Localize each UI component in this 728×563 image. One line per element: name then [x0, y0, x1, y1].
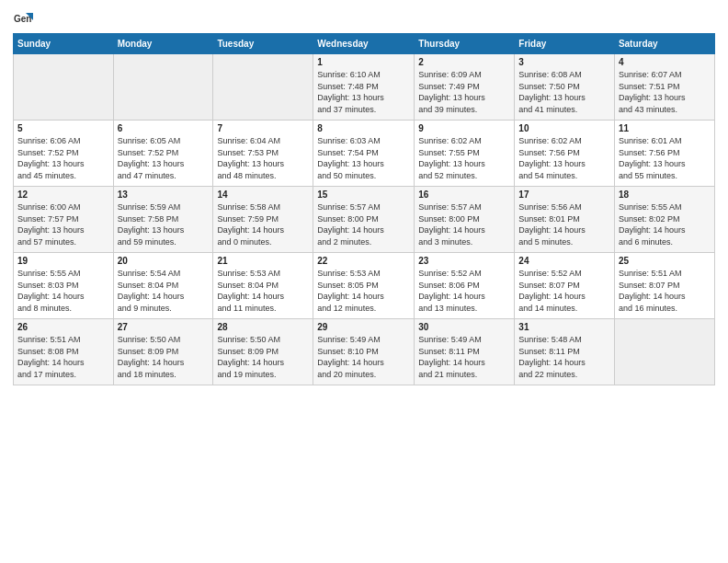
day-number: 24 — [518, 256, 610, 266]
calendar-day-cell: 4Sunrise: 6:07 AMSunset: 7:51 PMDaylight… — [614, 54, 714, 121]
day-number: 2 — [418, 57, 510, 67]
day-info: Sunrise: 5:54 AMSunset: 8:04 PMDaylight:… — [118, 268, 210, 314]
calendar-day-cell: 2Sunrise: 6:09 AMSunset: 7:49 PMDaylight… — [415, 54, 515, 121]
day-info: Sunrise: 5:51 AMSunset: 8:08 PMDaylight:… — [17, 334, 109, 380]
day-info: Sunrise: 5:57 AMSunset: 8:00 PMDaylight:… — [418, 201, 510, 247]
calendar-day-cell: 22Sunrise: 5:53 AMSunset: 8:05 PMDayligh… — [313, 253, 415, 319]
day-info: Sunrise: 5:55 AMSunset: 8:02 PMDaylight:… — [619, 201, 711, 247]
logo-icon: Gen — [13, 9, 33, 29]
day-info: Sunrise: 5:48 AMSunset: 8:11 PMDaylight:… — [518, 334, 610, 380]
calendar-day-cell: 25Sunrise: 5:51 AMSunset: 8:07 PMDayligh… — [614, 253, 714, 319]
day-number: 30 — [418, 322, 510, 332]
day-info: Sunrise: 6:02 AMSunset: 7:55 PMDaylight:… — [418, 135, 510, 181]
calendar-day-cell — [14, 54, 114, 121]
calendar-day-cell: 5Sunrise: 6:06 AMSunset: 7:52 PMDaylight… — [14, 121, 114, 187]
calendar-day-cell: 21Sunrise: 5:53 AMSunset: 8:04 PMDayligh… — [213, 253, 313, 319]
day-info: Sunrise: 5:51 AMSunset: 8:07 PMDaylight:… — [619, 268, 711, 314]
day-number: 28 — [217, 322, 309, 332]
calendar-day-cell: 1Sunrise: 6:10 AMSunset: 7:48 PMDaylight… — [313, 54, 415, 121]
calendar-day-cell — [614, 319, 714, 385]
calendar-day-cell: 28Sunrise: 5:50 AMSunset: 8:09 PMDayligh… — [213, 319, 313, 385]
logo: Gen — [13, 9, 37, 29]
day-number: 18 — [619, 190, 711, 200]
day-number: 11 — [619, 123, 711, 133]
calendar-day-cell: 17Sunrise: 5:56 AMSunset: 8:01 PMDayligh… — [515, 187, 615, 253]
day-info: Sunrise: 5:50 AMSunset: 8:09 PMDaylight:… — [217, 334, 309, 380]
calendar-day-cell — [213, 54, 313, 121]
day-info: Sunrise: 6:10 AMSunset: 7:48 PMDaylight:… — [317, 69, 410, 115]
calendar-day-cell: 20Sunrise: 5:54 AMSunset: 8:04 PMDayligh… — [113, 253, 213, 319]
calendar-day-cell: 13Sunrise: 5:59 AMSunset: 7:58 PMDayligh… — [113, 187, 213, 253]
day-number: 26 — [17, 322, 109, 332]
day-number: 13 — [118, 190, 210, 200]
day-number: 6 — [118, 123, 210, 133]
calendar-day-cell: 18Sunrise: 5:55 AMSunset: 8:02 PMDayligh… — [614, 187, 714, 253]
day-number: 31 — [518, 322, 610, 332]
day-number: 23 — [418, 256, 510, 266]
day-number: 19 — [17, 256, 109, 266]
day-info: Sunrise: 5:52 AMSunset: 8:06 PMDaylight:… — [418, 268, 510, 314]
day-number: 29 — [317, 322, 410, 332]
calendar-day-cell: 6Sunrise: 6:05 AMSunset: 7:52 PMDaylight… — [113, 121, 213, 187]
weekday-header-row: SundayMondayTuesdayWednesdayThursdayFrid… — [14, 34, 715, 54]
calendar-day-cell: 11Sunrise: 6:01 AMSunset: 7:56 PMDayligh… — [614, 121, 714, 187]
day-number: 22 — [317, 256, 410, 266]
day-number: 4 — [619, 57, 711, 67]
day-number: 9 — [418, 123, 510, 133]
day-number: 14 — [217, 190, 309, 200]
weekday-header-cell: Wednesday — [313, 34, 415, 54]
day-number: 5 — [17, 123, 109, 133]
calendar-day-cell: 23Sunrise: 5:52 AMSunset: 8:06 PMDayligh… — [415, 253, 515, 319]
calendar-week-row: 26Sunrise: 5:51 AMSunset: 8:08 PMDayligh… — [14, 319, 715, 385]
calendar-day-cell: 8Sunrise: 6:03 AMSunset: 7:54 PMDaylight… — [313, 121, 415, 187]
day-number: 16 — [418, 190, 510, 200]
day-number: 20 — [118, 256, 210, 266]
calendar-table: SundayMondayTuesdayWednesdayThursdayFrid… — [13, 33, 715, 385]
calendar-day-cell: 27Sunrise: 5:50 AMSunset: 8:09 PMDayligh… — [113, 319, 213, 385]
day-info: Sunrise: 5:49 AMSunset: 8:10 PMDaylight:… — [317, 334, 410, 380]
calendar-day-cell: 19Sunrise: 5:55 AMSunset: 8:03 PMDayligh… — [14, 253, 114, 319]
weekday-header-cell: Monday — [113, 34, 213, 54]
day-info: Sunrise: 5:59 AMSunset: 7:58 PMDaylight:… — [118, 201, 210, 247]
day-number: 3 — [518, 57, 610, 67]
day-number: 15 — [317, 190, 410, 200]
calendar-day-cell: 29Sunrise: 5:49 AMSunset: 8:10 PMDayligh… — [313, 319, 415, 385]
weekday-header-cell: Thursday — [415, 34, 515, 54]
day-info: Sunrise: 6:00 AMSunset: 7:57 PMDaylight:… — [17, 201, 109, 247]
day-number: 25 — [619, 256, 711, 266]
weekday-header-cell: Friday — [515, 34, 615, 54]
calendar-week-row: 1Sunrise: 6:10 AMSunset: 7:48 PMDaylight… — [14, 54, 715, 121]
day-info: Sunrise: 5:49 AMSunset: 8:11 PMDaylight:… — [418, 334, 510, 380]
weekday-header-cell: Sunday — [14, 34, 114, 54]
day-info: Sunrise: 5:56 AMSunset: 8:01 PMDaylight:… — [518, 201, 610, 247]
calendar-week-row: 5Sunrise: 6:06 AMSunset: 7:52 PMDaylight… — [14, 121, 715, 187]
calendar-day-cell: 9Sunrise: 6:02 AMSunset: 7:55 PMDaylight… — [415, 121, 515, 187]
day-info: Sunrise: 6:06 AMSunset: 7:52 PMDaylight:… — [17, 135, 109, 181]
weekday-header-cell: Tuesday — [213, 34, 313, 54]
header: Gen — [13, 9, 715, 29]
day-info: Sunrise: 6:02 AMSunset: 7:56 PMDaylight:… — [518, 135, 610, 181]
calendar-day-cell: 7Sunrise: 6:04 AMSunset: 7:53 PMDaylight… — [213, 121, 313, 187]
calendar-body: 1Sunrise: 6:10 AMSunset: 7:48 PMDaylight… — [14, 54, 715, 385]
day-info: Sunrise: 5:53 AMSunset: 8:05 PMDaylight:… — [317, 268, 410, 314]
day-info: Sunrise: 6:07 AMSunset: 7:51 PMDaylight:… — [619, 69, 711, 115]
calendar-day-cell: 26Sunrise: 5:51 AMSunset: 8:08 PMDayligh… — [14, 319, 114, 385]
day-number: 7 — [217, 123, 309, 133]
day-info: Sunrise: 6:05 AMSunset: 7:52 PMDaylight:… — [118, 135, 210, 181]
day-number: 27 — [118, 322, 210, 332]
calendar-day-cell: 16Sunrise: 5:57 AMSunset: 8:00 PMDayligh… — [415, 187, 515, 253]
day-number: 10 — [518, 123, 610, 133]
calendar-day-cell: 3Sunrise: 6:08 AMSunset: 7:50 PMDaylight… — [515, 54, 615, 121]
calendar-day-cell: 30Sunrise: 5:49 AMSunset: 8:11 PMDayligh… — [415, 319, 515, 385]
day-info: Sunrise: 5:52 AMSunset: 8:07 PMDaylight:… — [518, 268, 610, 314]
day-info: Sunrise: 6:09 AMSunset: 7:49 PMDaylight:… — [418, 69, 510, 115]
calendar-week-row: 12Sunrise: 6:00 AMSunset: 7:57 PMDayligh… — [14, 187, 715, 253]
day-info: Sunrise: 5:57 AMSunset: 8:00 PMDaylight:… — [317, 201, 410, 247]
calendar-day-cell: 14Sunrise: 5:58 AMSunset: 7:59 PMDayligh… — [213, 187, 313, 253]
day-info: Sunrise: 6:03 AMSunset: 7:54 PMDaylight:… — [317, 135, 410, 181]
calendar-day-cell: 15Sunrise: 5:57 AMSunset: 8:00 PMDayligh… — [313, 187, 415, 253]
calendar-week-row: 19Sunrise: 5:55 AMSunset: 8:03 PMDayligh… — [14, 253, 715, 319]
calendar-day-cell: 12Sunrise: 6:00 AMSunset: 7:57 PMDayligh… — [14, 187, 114, 253]
day-info: Sunrise: 6:01 AMSunset: 7:56 PMDaylight:… — [619, 135, 711, 181]
calendar-day-cell: 10Sunrise: 6:02 AMSunset: 7:56 PMDayligh… — [515, 121, 615, 187]
